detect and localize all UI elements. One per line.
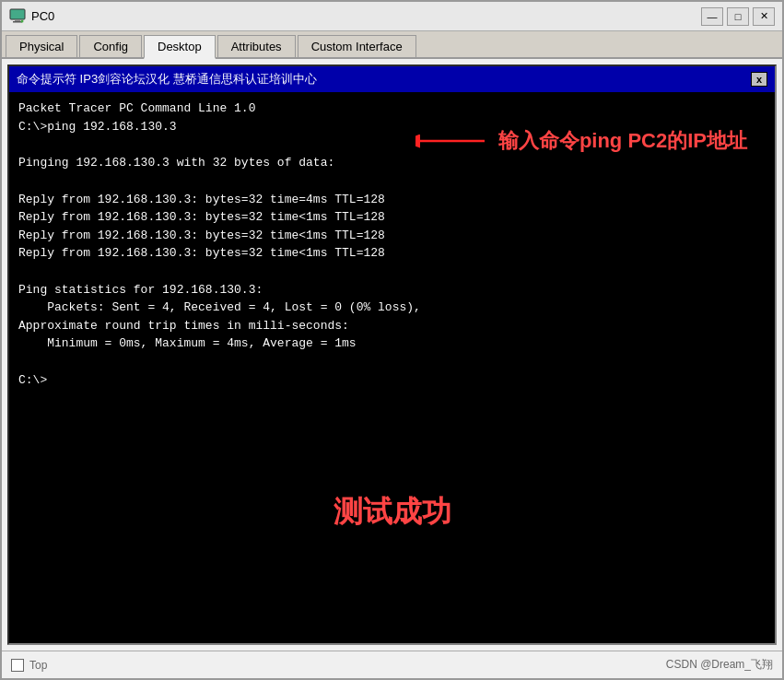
cmd-line-12: Packets: Sent = 4, Received = 4, Lost = …	[18, 299, 766, 317]
cmd-window: 命令提示符 IP3剑容论坛汉化 慧桥通信思科认证培训中心 x Packet Tr…	[7, 64, 777, 645]
cmd-line-7: Reply from 192.168.130.3: bytes=32 time<…	[18, 208, 766, 227]
minimize-button[interactable]: —	[701, 7, 723, 26]
watermark: CSDN @Dream_飞翔	[666, 657, 773, 673]
cmd-line-10	[18, 263, 766, 281]
title-bar: PC0 — □ ✕	[2, 2, 782, 31]
bottom-bar: Top CSDN @Dream_飞翔	[2, 651, 782, 678]
cmd-line-1: Packet Tracer PC Command Line 1.0	[18, 100, 766, 118]
top-label: Top	[29, 659, 47, 672]
svg-rect-2	[13, 21, 22, 23]
tab-attributes[interactable]: Attributes	[217, 35, 296, 57]
cmd-line-15	[18, 353, 766, 371]
cmd-line-16: C:\>	[18, 371, 766, 390]
bottom-left: Top	[11, 659, 47, 672]
cmd-line-6: Reply from 192.168.130.3: bytes=32 time=…	[18, 191, 766, 209]
annotation-text: 输入命令ping PC2的IP地址	[498, 127, 747, 155]
tab-config[interactable]: Config	[79, 35, 142, 57]
svg-point-3	[21, 19, 24, 22]
cmd-line-11: Ping statistics for 192.168.130.3:	[18, 281, 766, 299]
annotation-area: 输入命令ping PC2的IP地址	[415, 127, 747, 155]
tab-bar: Physical Config Desktop Attributes Custo…	[2, 31, 782, 59]
cmd-title-text: 命令提示符 IP3剑容论坛汉化 慧桥通信思科认证培训中心	[17, 71, 317, 88]
content-area: 命令提示符 IP3剑容论坛汉化 慧桥通信思科认证培训中心 x Packet Tr…	[2, 59, 782, 651]
cmd-line-9: Reply from 192.168.130.3: bytes=32 time<…	[18, 244, 766, 263]
title-left: PC0	[9, 8, 54, 25]
cmd-line-13: Approximate round trip times in milli-se…	[18, 317, 766, 335]
cmd-line-5	[18, 172, 766, 191]
cmd-close-button[interactable]: x	[751, 72, 767, 87]
tab-custom-interface[interactable]: Custom Interface	[298, 35, 416, 57]
maximize-button[interactable]: □	[727, 7, 749, 26]
tab-physical[interactable]: Physical	[6, 35, 77, 57]
svg-rect-1	[15, 19, 20, 21]
cmd-line-4: Pinging 192.168.130.3 with 32 bytes of d…	[18, 154, 766, 172]
top-checkbox[interactable]	[11, 659, 24, 672]
cmd-title-bar: 命令提示符 IP3剑容论坛汉化 慧桥通信思科认证培训中心 x	[9, 66, 775, 92]
cmd-line-14: Minimum = 0ms, Maximum = 4ms, Average = …	[18, 334, 766, 353]
title-buttons: — □ ✕	[701, 7, 775, 26]
computer-icon	[9, 8, 26, 25]
svg-rect-0	[10, 9, 25, 19]
tab-desktop[interactable]: Desktop	[144, 35, 216, 59]
close-button[interactable]: ✕	[753, 7, 775, 26]
red-arrow-icon	[415, 130, 489, 152]
main-window: PC0 — □ ✕ Physical Config Desktop Attrib…	[0, 0, 784, 680]
cmd-body[interactable]: Packet Tracer PC Command Line 1.0 C:\>pi…	[9, 92, 775, 643]
success-text: 测试成功	[333, 492, 451, 533]
cmd-line-8: Reply from 192.168.130.3: bytes=32 time<…	[18, 227, 766, 245]
window-title: PC0	[31, 9, 54, 23]
